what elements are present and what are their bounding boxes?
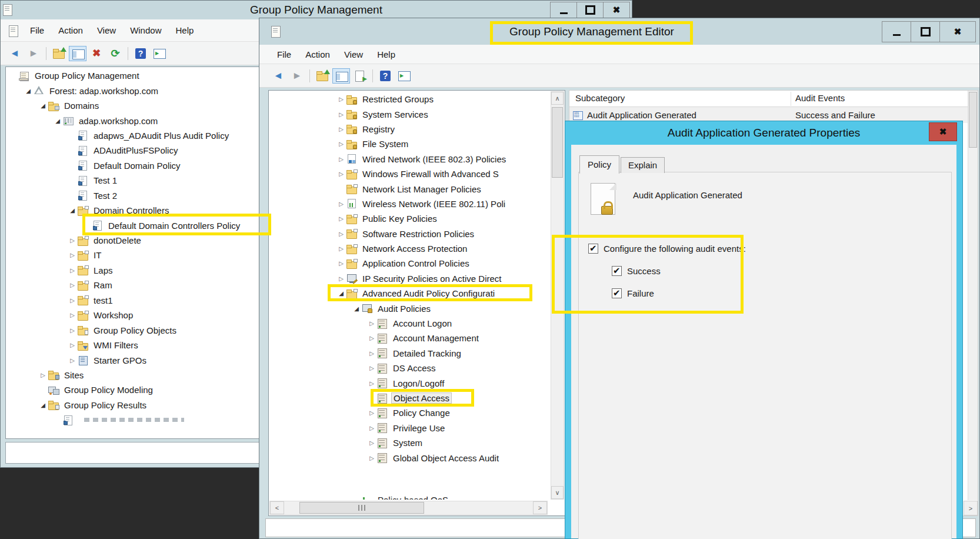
tree-item-system[interactable]: System: [270, 435, 550, 450]
help-button[interactable]: [132, 46, 149, 61]
expand-arrow-icon[interactable]: [336, 260, 346, 267]
show-window-button[interactable]: [151, 46, 168, 61]
tree-item-policy-based-qos[interactable]: Policy-based QoS: [270, 493, 550, 500]
dialog-close-button[interactable]: [929, 122, 957, 141]
collapse-arrow-icon[interactable]: [52, 118, 63, 124]
back-button[interactable]: [6, 46, 24, 61]
column-header-subcategory[interactable]: Subcategory: [575, 93, 625, 103]
expand-arrow-icon[interactable]: [336, 171, 346, 177]
tree-item-file-system[interactable]: File System: [270, 137, 550, 151]
up-folder-button[interactable]: [50, 46, 68, 61]
expand-arrow-icon[interactable]: [366, 380, 377, 387]
tree-item-audit-policies[interactable]: Audit Policies: [270, 301, 550, 315]
expand-arrow-icon[interactable]: [366, 455, 377, 461]
console-tree-toggle-button[interactable]: [69, 46, 86, 61]
collapse-arrow-icon[interactable]: [351, 305, 362, 312]
expand-arrow-icon[interactable]: [67, 312, 78, 318]
minimize-button[interactable]: [882, 21, 911, 42]
help-button[interactable]: [376, 68, 394, 84]
expand-arrow-icon[interactable]: [366, 365, 377, 371]
up-folder-button[interactable]: [314, 68, 331, 84]
expand-arrow-icon[interactable]: [67, 342, 78, 348]
tree-item-registry[interactable]: Registry: [270, 122, 550, 137]
editor-menu-help[interactable]: Help: [370, 47, 402, 62]
refresh-button[interactable]: [106, 46, 124, 61]
scroll-up-button[interactable]: [551, 92, 564, 105]
minimize-button[interactable]: [550, 2, 577, 18]
tree-item-public-key-policies[interactable]: Public Key Policies: [270, 211, 550, 226]
collapse-arrow-icon[interactable]: [38, 102, 48, 109]
collapse-arrow-icon[interactable]: [67, 207, 78, 214]
vertical-scrollbar[interactable]: [968, 91, 978, 500]
tree-item-wired-network-ieee-802-3-policies[interactable]: Wired Network (IEEE 802.3) Policies: [270, 152, 550, 167]
expand-arrow-icon[interactable]: [67, 252, 78, 258]
success-checkbox[interactable]: Success: [612, 266, 661, 276]
tree-item-object-access[interactable]: Object Access: [270, 391, 550, 405]
forward-button[interactable]: [25, 46, 42, 61]
expand-arrow-icon[interactable]: [336, 111, 346, 118]
delete-button[interactable]: [88, 46, 105, 61]
tree-item-network-list-manager-policies[interactable]: Network List Manager Policies: [270, 181, 550, 196]
back-button[interactable]: [269, 68, 287, 84]
horizontal-scrollbar[interactable]: [269, 501, 548, 515]
tree-item-logon-logoff[interactable]: Logon/Logoff: [270, 375, 550, 390]
expand-arrow-icon[interactable]: [67, 282, 78, 288]
tree-item-privilege-use[interactable]: Privilege Use: [270, 421, 550, 435]
scroll-left-button[interactable]: [270, 501, 284, 514]
scrollbar-thumb[interactable]: [969, 92, 977, 148]
expand-arrow-icon[interactable]: [336, 126, 346, 132]
expand-arrow-icon[interactable]: [336, 156, 346, 162]
gpm-menu-file[interactable]: File: [23, 23, 51, 38]
vertical-scrollbar[interactable]: [551, 91, 564, 500]
expand-arrow-icon[interactable]: [67, 267, 78, 274]
gpm-menu-help[interactable]: Help: [168, 23, 201, 38]
expand-arrow-icon[interactable]: [38, 372, 48, 378]
expand-arrow-icon[interactable]: [67, 357, 78, 364]
maximize-button[interactable]: [911, 21, 940, 42]
expand-arrow-icon[interactable]: [366, 350, 377, 357]
tree-item-global-object-access-audit[interactable]: Global Object Access Audit: [270, 450, 550, 465]
expand-arrow-icon[interactable]: [336, 231, 346, 237]
tree-item-account-management[interactable]: Account Management: [270, 331, 550, 345]
expand-arrow-icon[interactable]: [336, 96, 346, 102]
tree-item-application-control-policies[interactable]: Application Control Policies: [270, 256, 550, 271]
gpm-menu-window[interactable]: Window: [123, 23, 168, 38]
close-button[interactable]: [603, 2, 630, 18]
scrollbar-thumb[interactable]: [299, 502, 424, 514]
editor-menu-action[interactable]: Action: [298, 47, 337, 62]
tree-item-ds-access[interactable]: DS Access: [270, 361, 550, 375]
expand-arrow-icon[interactable]: [366, 425, 377, 431]
gpm-menu-view[interactable]: View: [90, 23, 123, 38]
tree-item-account-logon[interactable]: Account Logon: [270, 316, 550, 331]
scroll-right-button[interactable]: [533, 501, 547, 514]
tree-item-windows-firewall-with-advanced-s[interactable]: Windows Firewall with Advanced S: [270, 167, 550, 181]
expand-arrow-icon[interactable]: [67, 297, 78, 304]
tree-item-ip-security-policies-on-active-direct[interactable]: IP Security Policies on Active Direct: [270, 271, 550, 286]
configure-audit-events-checkbox[interactable]: Configure the following audit events:: [588, 244, 746, 254]
tree-item-restricted-groups[interactable]: Restricted Groups: [270, 92, 550, 107]
column-divider[interactable]: [791, 92, 791, 106]
checkbox-checked-icon[interactable]: [612, 266, 622, 276]
editor-menu-file[interactable]: File: [270, 47, 298, 62]
scroll-right-button[interactable]: [964, 501, 978, 515]
tree-item-detailed-tracking[interactable]: Detailed Tracking: [270, 346, 550, 361]
expand-arrow-icon[interactable]: [366, 335, 377, 341]
expand-arrow-icon[interactable]: [336, 275, 346, 282]
collapse-arrow-icon[interactable]: [23, 88, 34, 94]
collapse-arrow-icon[interactable]: [38, 402, 48, 408]
tab-policy[interactable]: Policy: [579, 155, 619, 174]
tab-explain[interactable]: Explain: [621, 157, 665, 173]
forward-button[interactable]: [288, 68, 306, 84]
gpm-menu-action[interactable]: Action: [51, 23, 90, 38]
console-tree-toggle-button[interactable]: [332, 68, 350, 84]
expand-arrow-icon[interactable]: [336, 245, 346, 252]
expand-arrow-icon[interactable]: [366, 410, 377, 416]
failure-checkbox[interactable]: Failure: [612, 288, 654, 298]
editor-menu-view[interactable]: View: [337, 47, 370, 62]
expand-arrow-icon[interactable]: [67, 237, 78, 244]
tree-item-software-restriction-policies[interactable]: Software Restriction Policies: [270, 227, 550, 241]
close-button[interactable]: [939, 21, 976, 42]
expand-arrow-icon[interactable]: [336, 201, 346, 207]
tree-item-wireless-network-ieee-802-11-poli[interactable]: Wireless Network (IEEE 802.11) Poli: [270, 197, 550, 211]
show-window-button[interactable]: [395, 68, 413, 84]
